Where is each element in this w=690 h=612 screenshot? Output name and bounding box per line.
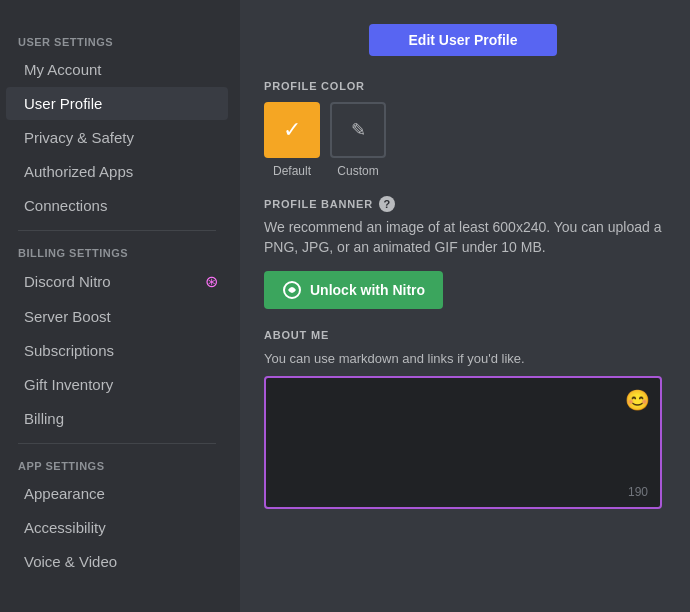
profile-color-label: Profile Color — [264, 80, 662, 92]
custom-color-label: Custom — [337, 164, 378, 178]
sidebar-item-connections[interactable]: Connections — [6, 189, 228, 222]
color-options: ✓ Default ✎ Custom — [264, 102, 662, 178]
color-option-custom[interactable]: ✎ Custom — [330, 102, 386, 178]
sidebar-item-billing[interactable]: Billing — [6, 402, 228, 435]
char-count: 190 — [628, 485, 648, 499]
about-me-label: About Me — [264, 329, 662, 341]
sidebar-item-discord-nitro[interactable]: Discord Nitro ⊛ — [6, 264, 228, 299]
banner-description: We recommend an image of at least 600x24… — [264, 218, 662, 257]
default-color-swatch[interactable]: ✓ — [264, 102, 320, 158]
sidebar-item-label: Authorized Apps — [24, 163, 133, 180]
custom-color-swatch[interactable]: ✎ — [330, 102, 386, 158]
sidebar-item-label: Billing — [24, 410, 64, 427]
banner-label-row: Profile Banner ? — [264, 196, 662, 212]
top-bar: Edit User Profile — [264, 24, 662, 56]
sidebar-divider-2 — [18, 443, 216, 444]
sidebar-item-label: Subscriptions — [24, 342, 114, 359]
sidebar-item-label: Appearance — [24, 485, 105, 502]
sidebar-divider-1 — [18, 230, 216, 231]
sidebar-item-label: Discord Nitro — [24, 273, 111, 290]
about-me-section: About Me You can use markdown and links … — [264, 329, 662, 509]
emoji-picker-button[interactable]: 😊 — [625, 388, 650, 412]
sidebar-item-label: Connections — [24, 197, 107, 214]
sidebar-item-label: Gift Inventory — [24, 376, 113, 393]
about-me-description: You can use markdown and links if you'd … — [264, 351, 662, 366]
sidebar-item-subscriptions[interactable]: Subscriptions — [6, 334, 228, 367]
profile-banner-label: Profile Banner — [264, 198, 373, 210]
sidebar: User Settings My Account User Profile Pr… — [0, 0, 240, 612]
sidebar-item-appearance[interactable]: Appearance — [6, 477, 228, 510]
sidebar-item-label: Server Boost — [24, 308, 111, 325]
sidebar-item-server-boost[interactable]: Server Boost — [6, 300, 228, 333]
unlock-with-nitro-button[interactable]: Unlock with Nitro — [264, 271, 443, 309]
sidebar-item-privacy-safety[interactable]: Privacy & Safety — [6, 121, 228, 154]
check-icon: ✓ — [283, 117, 301, 143]
profile-banner-section: Profile Banner ? We recommend an image o… — [264, 196, 662, 309]
app-settings-label: App Settings — [0, 452, 234, 476]
unlock-btn-label: Unlock with Nitro — [310, 282, 425, 298]
sidebar-item-user-profile[interactable]: User Profile — [6, 87, 228, 120]
info-icon[interactable]: ? — [379, 196, 395, 212]
about-me-textarea[interactable] — [278, 388, 648, 493]
sidebar-item-accessibility[interactable]: Accessibility — [6, 511, 228, 544]
nitro-swirl-icon — [282, 280, 302, 300]
sidebar-item-label: User Profile — [24, 95, 102, 112]
nitro-swirl-icon: ⊛ — [205, 272, 218, 291]
sidebar-item-label: Accessibility — [24, 519, 106, 536]
sidebar-item-label: Privacy & Safety — [24, 129, 134, 146]
main-content: Edit User Profile Profile Color ✓ Defaul… — [240, 0, 690, 612]
default-color-label: Default — [273, 164, 311, 178]
sidebar-item-gift-inventory[interactable]: Gift Inventory — [6, 368, 228, 401]
billing-settings-label: Billing Settings — [0, 239, 234, 263]
sidebar-item-label: My Account — [24, 61, 102, 78]
sidebar-item-label: Voice & Video — [24, 553, 117, 570]
about-me-textarea-wrapper: 😊 190 — [264, 376, 662, 509]
sidebar-item-voice-video[interactable]: Voice & Video — [6, 545, 228, 578]
profile-color-section: Profile Color ✓ Default ✎ Custom — [264, 80, 662, 178]
user-settings-label: User Settings — [0, 28, 234, 52]
color-option-default[interactable]: ✓ Default — [264, 102, 320, 178]
sidebar-item-my-account[interactable]: My Account — [6, 53, 228, 86]
sidebar-item-authorized-apps[interactable]: Authorized Apps — [6, 155, 228, 188]
pencil-icon: ✎ — [351, 119, 366, 141]
edit-profile-button[interactable]: Edit User Profile — [369, 24, 558, 56]
